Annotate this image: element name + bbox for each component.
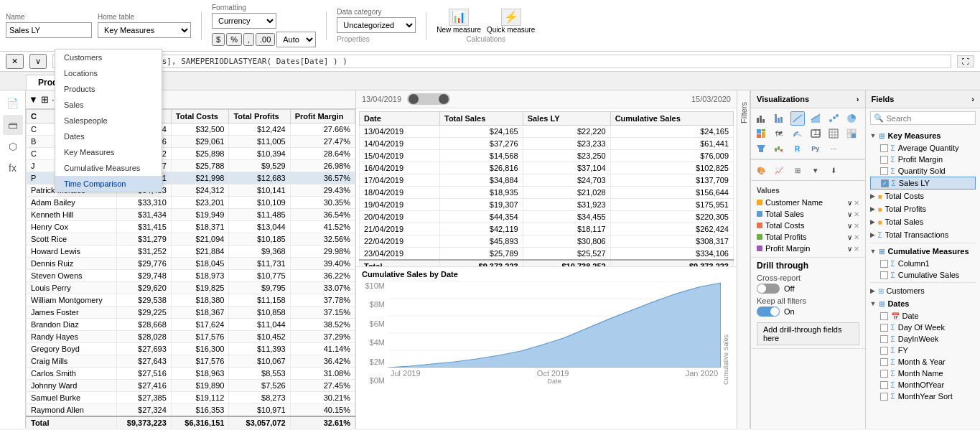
profit-margin-chevron[interactable]: ∨ <box>847 245 852 253</box>
report-icon[interactable]: 📄 <box>3 93 23 113</box>
viz-r-icon[interactable]: R <box>790 141 805 156</box>
viz-matrix-icon[interactable] <box>844 126 859 141</box>
viz-python-icon[interactable]: Py <box>808 141 823 156</box>
col-header-total-profits[interactable]: Total Profits <box>229 110 290 123</box>
mys-checkbox[interactable] <box>880 393 888 401</box>
viz-table-icon[interactable] <box>826 126 841 141</box>
field-group-dates[interactable]: ▼ ⊞ Dates <box>870 297 976 310</box>
avg-qty-checkbox[interactable] <box>880 144 888 152</box>
total-profits-chevron[interactable]: ∨ <box>847 233 852 241</box>
date-col-date[interactable]: Date <box>360 112 440 126</box>
percent-btn[interactable]: % <box>226 33 242 46</box>
viz-stacked-bar-icon[interactable] <box>772 111 786 126</box>
close-formula-btn[interactable]: ✕ <box>6 54 24 69</box>
viz-waterfall-icon[interactable] <box>772 141 786 156</box>
data-icon[interactable]: 🗃 <box>3 115 23 135</box>
search-input[interactable] <box>887 114 973 123</box>
col-header-profit-margin[interactable]: Profit Margin <box>290 110 355 123</box>
profit-margin-checkbox[interactable] <box>880 156 888 164</box>
dropdown-products[interactable]: Products <box>55 81 162 97</box>
viz-treemap-icon[interactable] <box>754 126 768 141</box>
field-cumulative-sales[interactable]: Σ Cumulative Sales <box>870 269 976 281</box>
total-sales-chevron[interactable]: ∨ <box>847 210 852 218</box>
field-group-total-transactions[interactable]: ▶ Σ Total Transactions <box>870 228 976 241</box>
total-costs-chevron[interactable]: ∨ <box>847 222 852 230</box>
cumulative-sales-checkbox[interactable] <box>880 271 888 279</box>
qty-sold-checkbox[interactable] <box>880 167 888 175</box>
date-col-cumulative[interactable]: Cumulative Sales <box>610 112 733 126</box>
dropdown-key-measures[interactable]: Key Measures <box>55 144 162 160</box>
moy-checkbox[interactable] <box>880 381 888 389</box>
customer-name-controls[interactable]: ∨ ✕ <box>847 199 859 207</box>
name-input[interactable] <box>6 22 92 38</box>
field-quantity-sold[interactable]: Σ Quantity Sold <box>870 165 976 177</box>
dropdown-customers[interactable]: Customers <box>55 50 162 65</box>
dropdown-dates[interactable]: Dates <box>55 128 162 144</box>
auto-select[interactable]: Auto <box>276 32 316 47</box>
my-checkbox[interactable] <box>880 358 888 366</box>
new-measure-btn[interactable]: 📊 New measure <box>437 9 481 34</box>
viz-map-icon[interactable]: 🗺 <box>772 126 786 141</box>
decimal-btn[interactable]: .00 <box>256 33 275 46</box>
mn-checkbox[interactable] <box>880 370 888 378</box>
viz-analytics-icon[interactable]: 📈 <box>772 163 786 177</box>
customer-name-chevron[interactable]: ∨ <box>847 199 852 207</box>
column-chooser-icon[interactable]: ⊞ <box>41 94 49 105</box>
quick-measure-btn[interactable]: ⚡ Quick measure <box>487 9 535 34</box>
profit-margin-remove[interactable]: ✕ <box>854 245 859 253</box>
viz-area-chart-icon[interactable] <box>808 111 823 126</box>
column1-checkbox[interactable] <box>880 260 888 268</box>
field-group-cumulative[interactable]: ▼ ⊞ Cumulative Measures <box>870 245 976 258</box>
viz-expand-icon[interactable]: › <box>857 95 859 103</box>
data-category-select[interactable]: Uncategorized <box>337 17 416 33</box>
sales-ly-checkbox[interactable]: ✓ <box>881 179 889 187</box>
field-group-total-costs[interactable]: ▶ ■ Total Costs <box>870 190 976 202</box>
dropdown-cumulative[interactable]: Cumulative Measures <box>55 160 162 176</box>
date-checkbox[interactable] <box>880 312 888 320</box>
field-day-of-week[interactable]: Σ Day Of Week <box>870 322 976 333</box>
field-day-in-week[interactable]: Σ DayInWeek <box>870 333 976 345</box>
comma-btn[interactable]: , <box>243 33 254 46</box>
fields-expand-icon[interactable]: › <box>971 95 974 103</box>
col-header-total-costs[interactable]: Total Costs <box>171 110 229 123</box>
viz-filter-icon[interactable]: ▼ <box>808 163 823 177</box>
field-month-year[interactable]: Σ Month & Year <box>870 356 976 368</box>
maximize-formula-btn[interactable]: ⛶ <box>957 55 974 67</box>
field-group-customers[interactable]: ▶ ⊞ Customers <box>870 284 976 297</box>
format-select[interactable]: Currency <box>212 13 276 29</box>
viz-funnel-icon[interactable] <box>754 141 768 156</box>
field-month-of-year[interactable]: Σ MonthOfYear <box>870 379 976 391</box>
field-group-key-measures[interactable]: ▼ ⊞ Key Measures <box>870 129 976 142</box>
keep-filters-toggle[interactable] <box>757 307 780 317</box>
cross-report-toggle[interactable] <box>757 284 780 294</box>
dropdown-locations[interactable]: Locations <box>55 65 162 81</box>
expand-formula-btn[interactable]: ∨ <box>29 54 47 69</box>
customer-name-remove[interactable]: ✕ <box>854 199 859 207</box>
viz-drillthrough-icon[interactable]: ⬇ <box>826 163 841 177</box>
field-month-name[interactable]: Σ Month Name <box>870 368 976 379</box>
field-average-quantity[interactable]: Σ Average Quantity <box>870 142 976 154</box>
field-group-total-profits[interactable]: ▶ ■ Total Profits <box>870 202 976 215</box>
add-drill-through-btn[interactable]: Add drill-through fields here <box>757 322 859 345</box>
date-col-sales-ly[interactable]: Sales LY <box>523 112 610 126</box>
formula-input[interactable] <box>52 55 951 68</box>
field-date[interactable]: 📅 Date <box>870 310 976 322</box>
dow-checkbox[interactable] <box>880 324 888 332</box>
field-group-total-sales[interactable]: ▶ ■ Total Sales <box>870 215 976 228</box>
viz-pie-icon[interactable] <box>844 111 859 126</box>
total-profits-remove[interactable]: ✕ <box>854 233 859 241</box>
total-sales-remove[interactable]: ✕ <box>854 210 859 218</box>
search-box[interactable]: 🔍 <box>870 111 976 125</box>
field-fy[interactable]: Σ FY <box>870 345 976 356</box>
dollar-btn[interactable]: $ <box>212 33 225 46</box>
total-costs-remove[interactable]: ✕ <box>854 222 859 230</box>
viz-more-icon[interactable]: ··· <box>826 141 841 156</box>
date-col-total-sales[interactable]: Total Sales <box>440 112 523 126</box>
viz-line-chart-icon[interactable] <box>790 111 805 126</box>
dropdown-salespeople[interactable]: Salespeople <box>55 113 162 128</box>
diw-checkbox[interactable] <box>880 335 888 343</box>
dropdown-time-comparison[interactable]: Time Comparison <box>55 176 162 192</box>
dropdown-sales[interactable]: Sales <box>55 97 162 113</box>
viz-gauge-icon[interactable] <box>790 126 805 141</box>
field-column1[interactable]: Σ Column1 <box>870 258 976 269</box>
